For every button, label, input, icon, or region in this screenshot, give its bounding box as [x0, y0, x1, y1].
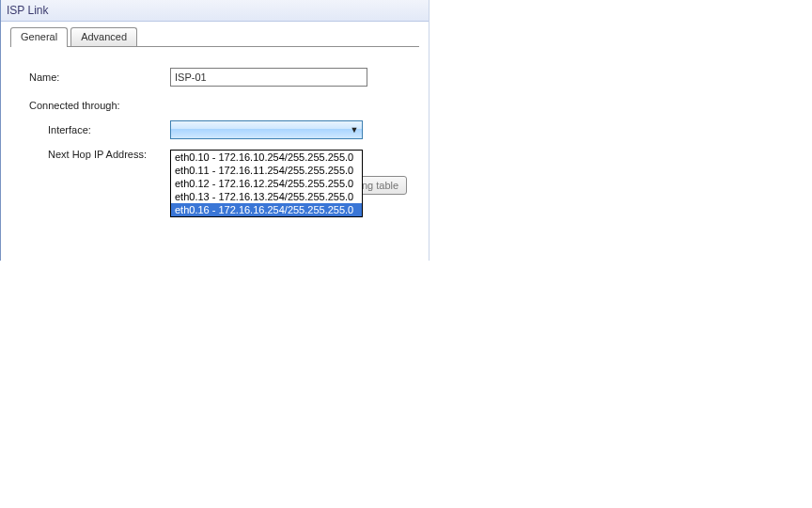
general-panel: Name: Connected through: Interface: ▼ Ne…: [1, 47, 429, 261]
chevron-down-icon: ▼: [347, 125, 362, 135]
window-title: ISP Link: [1, 0, 429, 22]
interface-option[interactable]: eth0.10 - 172.16.10.254/255.255.255.0: [171, 151, 362, 164]
tab-advanced[interactable]: Advanced: [70, 27, 137, 46]
next-hop-label: Next Hop IP Address:: [29, 149, 170, 160]
interface-dropdown[interactable]: eth0.10 - 172.16.10.254/255.255.255.0eth…: [170, 150, 363, 217]
tab-strip: General Advanced: [1, 22, 429, 47]
interface-label: Interface:: [29, 124, 170, 135]
tab-general[interactable]: General: [10, 27, 68, 47]
interface-combobox[interactable]: ▼: [170, 120, 363, 139]
name-label: Name:: [29, 71, 170, 83]
connected-through-label: Connected through:: [29, 100, 419, 111]
interface-option[interactable]: eth0.16 - 172.16.16.254/255.255.255.0: [171, 203, 362, 216]
interface-option[interactable]: eth0.12 - 172.16.12.254/255.255.255.0: [171, 177, 362, 190]
isp-link-window: ISP Link General Advanced Name: Connecte…: [0, 0, 429, 261]
name-input[interactable]: [170, 68, 367, 87]
interface-option[interactable]: eth0.13 - 172.16.13.254/255.255.255.0: [171, 190, 362, 203]
interface-option[interactable]: eth0.11 - 172.16.11.254/255.255.255.0: [171, 164, 362, 177]
